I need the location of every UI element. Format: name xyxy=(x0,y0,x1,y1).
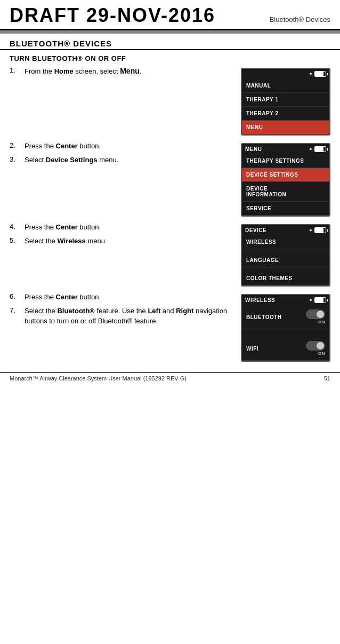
screen1-item-therapy2[interactable]: THERAPY 2 xyxy=(242,107,329,121)
step-text-5: Select the Wireless menu. xyxy=(25,236,230,247)
battery-icon-4 xyxy=(314,297,326,303)
step-row-5: 5. Select the Wireless menu. xyxy=(10,236,230,247)
step1-block: 1. From the Home screen, select Menu. ✦ … xyxy=(10,66,330,141)
step45-block: 4. Press the Center button. 5. Select th… xyxy=(10,222,330,292)
battery-icon-2 xyxy=(314,146,326,152)
screen4-topbar-icons: ✦ xyxy=(309,297,326,303)
screen3-item-wireless[interactable]: WIRELESS xyxy=(242,235,329,249)
screen3-item-language[interactable]: LANGUAGE xyxy=(242,253,329,267)
step23-text-col: 2. Press the Center button. 3. Select De… xyxy=(10,141,230,168)
step-number-1: 1. xyxy=(10,66,25,74)
step-number-6: 6. xyxy=(10,292,25,300)
step-row-6: 6. Press the Center button. xyxy=(10,292,230,303)
subsection-heading: Turn Bluetooth® on or off xyxy=(10,54,330,62)
wifi-toggle-knob xyxy=(317,342,324,349)
wifi-toggle-switch[interactable] xyxy=(306,341,325,351)
screen1-item-manual[interactable]: MANUAL xyxy=(242,79,329,93)
wifi-toggle-state: ON xyxy=(318,351,325,356)
step-text-4: Press the Center button. xyxy=(25,222,230,233)
screen1-block: ✦ MANUAL THERAPY 1 THERAPY 2 MENU xyxy=(236,68,330,136)
device-screen-4: WIRELESS ✦ BLUETOOTH ON xyxy=(241,294,330,362)
screen3-container: DEVICE ✦ WIRELESS LANGUAGE COLOR THEMES xyxy=(236,222,330,292)
wifi-toggle-col: ON xyxy=(306,341,325,356)
screen1-container: ✦ MANUAL THERAPY 1 THERAPY 2 MENU xyxy=(236,66,330,141)
bluetooth-icon-4: ✦ xyxy=(309,297,313,303)
device-screen-1: ✦ MANUAL THERAPY 1 THERAPY 2 MENU xyxy=(241,68,330,136)
step-number-3: 3. xyxy=(10,155,25,163)
screen2-item-device-settings[interactable]: DEVICE SETTINGS xyxy=(242,168,329,182)
wifi-toggle-label: WIFI xyxy=(246,346,258,352)
screen2-block: MENU ✦ THERAPY SETTINGS DEVICE SETTINGS … xyxy=(236,143,330,217)
bluetooth-toggle-switch[interactable] xyxy=(306,309,325,319)
bluetooth-toggle-col: ON xyxy=(306,309,325,324)
page-header: DRAFT 29-NOV-2016 Bluetooth® Devices xyxy=(0,0,340,30)
draft-title: DRAFT 29-NOV-2016 xyxy=(10,4,215,27)
screen4-block: WIRELESS ✦ BLUETOOTH ON xyxy=(236,294,330,362)
screen4-topbar: WIRELESS ✦ xyxy=(242,295,329,305)
screen3-block: DEVICE ✦ WIRELESS LANGUAGE COLOR THEMES xyxy=(236,224,330,287)
device-screen-3: DEVICE ✦ WIRELESS LANGUAGE COLOR THEMES xyxy=(241,224,330,287)
device-screen-2: MENU ✦ THERAPY SETTINGS DEVICE SETTINGS … xyxy=(241,143,330,217)
screen4-container: WIRELESS ✦ BLUETOOTH ON xyxy=(236,292,330,367)
screen2-container: MENU ✦ THERAPY SETTINGS DEVICE SETTINGS … xyxy=(236,141,330,222)
screen2-topbar-label: MENU xyxy=(245,146,262,152)
screen3-topbar-label: DEVICE xyxy=(245,227,266,233)
screen1-item-therapy1[interactable]: THERAPY 1 xyxy=(242,93,329,107)
step67-text-col: 6. Press the Center button. 7. Select th… xyxy=(10,292,230,330)
screen1-topbar-icons: ✦ xyxy=(309,71,326,77)
step-row-4: 4. Press the Center button. xyxy=(10,222,230,233)
step45-text-col: 4. Press the Center button. 5. Select th… xyxy=(10,222,230,249)
step-number-5: 5. xyxy=(10,236,25,244)
screen3-topbar: DEVICE ✦ xyxy=(242,225,329,235)
step23-block: 2. Press the Center button. 3. Select De… xyxy=(10,141,330,222)
footer-right: 51 xyxy=(324,375,330,381)
subsection-label: Turn Bluetooth® on or off xyxy=(10,54,126,62)
step-number-4: 4. xyxy=(10,222,25,230)
step-text-3: Select Device Settings menu. xyxy=(25,155,230,165)
header-subtitle: Bluetooth® Devices xyxy=(270,15,330,23)
footer-left: Monarch™ Airway Clearance System User Ma… xyxy=(10,375,187,381)
step-text-7: Select the Bluetooth® feature. Use the L… xyxy=(25,306,230,327)
screen1-topbar: ✦ xyxy=(242,69,329,79)
screen2-topbar-icons: ✦ xyxy=(309,146,326,152)
screen2-item-service[interactable]: SERVICE xyxy=(242,202,329,216)
step-number-2: 2. xyxy=(10,141,25,149)
section-heading: BLUETOOTH® DEVICES xyxy=(0,37,340,50)
bluetooth-icon-3: ✦ xyxy=(309,227,313,233)
screen3-item-color-themes[interactable]: COLOR THEMES xyxy=(242,272,329,285)
bluetooth-toggle-row[interactable]: BLUETOOTH ON xyxy=(242,305,329,329)
bluetooth-toggle-label: BLUETOOTH xyxy=(246,314,282,320)
step-number-7: 7. xyxy=(10,306,25,314)
screen2-topbar: MENU ✦ xyxy=(242,144,329,154)
step-row-7: 7. Select the Bluetooth® feature. Use th… xyxy=(10,306,230,327)
step-row-1: 1. From the Home screen, select Menu. xyxy=(10,66,230,77)
battery-icon-1 xyxy=(314,71,326,77)
screen1-item-menu[interactable]: MENU xyxy=(242,121,329,134)
wifi-toggle-row[interactable]: WIFI ON xyxy=(242,337,329,361)
bluetooth-toggle-knob xyxy=(317,311,324,318)
step-text-1: From the Home screen, select Menu. xyxy=(25,66,230,77)
section-divider xyxy=(0,30,340,34)
battery-icon-3 xyxy=(314,227,326,233)
step-row-2: 2. Press the Center button. xyxy=(10,141,230,152)
step-text-6: Press the Center button. xyxy=(25,292,230,303)
bluetooth-toggle-state: ON xyxy=(318,320,325,324)
bluetooth-icon-2: ✦ xyxy=(309,146,313,152)
step-text-2: Press the Center button. xyxy=(25,141,230,152)
step1-text-col: 1. From the Home screen, select Menu. xyxy=(10,66,230,80)
page-footer: Monarch™ Airway Clearance System User Ma… xyxy=(0,372,340,384)
bluetooth-icon-1: ✦ xyxy=(309,71,313,77)
main-content: Turn Bluetooth® on or off 1. From the Ho… xyxy=(0,54,340,367)
step-row-3: 3. Select Device Settings menu. xyxy=(10,155,230,165)
screen3-topbar-icons: ✦ xyxy=(309,227,326,233)
step67-block: 6. Press the Center button. 7. Select th… xyxy=(10,292,330,367)
screen4-topbar-label: WIRELESS xyxy=(245,297,275,303)
screen2-item-therapy-settings[interactable]: THERAPY SETTINGS xyxy=(242,154,329,168)
screen2-item-device-info[interactable]: DEVICEINFORMATION xyxy=(242,182,329,202)
